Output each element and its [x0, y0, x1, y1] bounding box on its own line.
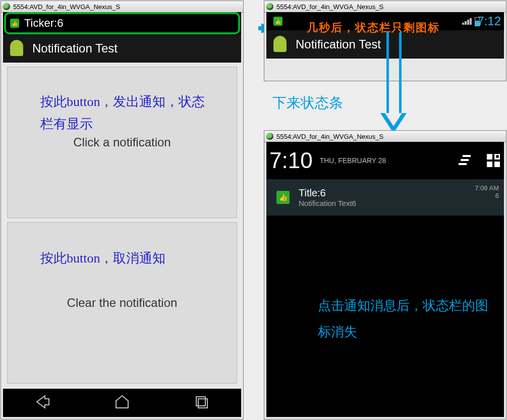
- home-icon: [113, 393, 131, 411]
- window-title-bar[interactable]: 5554:AVD_for_4in_WVGA_Nexus_S: [264, 1, 506, 13]
- quick-settings-tile-icon: [486, 153, 501, 168]
- recents-button[interactable]: [192, 393, 210, 413]
- app-action-bar: Notification Test: [266, 30, 504, 60]
- window-title: 5554:AVD_for_4in_WVGA_Nexus_S: [13, 3, 120, 11]
- svg-rect-3: [461, 159, 469, 161]
- navigation-bar: [3, 389, 241, 417]
- avd-icon: [266, 3, 273, 10]
- app-title: Notification Test: [32, 41, 118, 56]
- emulator-window-right-top: 5554:AVD_for_4in_WVGA_Nexus_S 👍 7:12 Not…: [264, 1, 506, 81]
- recents-icon: [192, 393, 210, 411]
- button-label: Click a notification: [73, 135, 171, 149]
- back-button[interactable]: [34, 393, 52, 413]
- notification-thumb-icon: 👍: [273, 17, 283, 26]
- notification-thumb-icon: 👍: [10, 19, 19, 28]
- svg-rect-8: [487, 162, 492, 167]
- android-app-icon: [8, 40, 25, 57]
- quick-settings-icons[interactable]: [458, 153, 501, 168]
- svg-point-7: [496, 155, 499, 158]
- notification-thumb-icon: 👍: [276, 191, 290, 204]
- activity-content: Click a notification Clear the notificat…: [3, 63, 241, 389]
- arrow-down-body: [386, 32, 402, 113]
- notification-row[interactable]: 👍 Title:6 Notification Text6 7:09 AM 6: [266, 179, 504, 216]
- notification-text-block: Title:6 Notification Text6: [299, 187, 356, 207]
- svg-rect-4: [459, 163, 467, 165]
- clear-all-icon: [458, 153, 473, 168]
- avd-icon: [3, 3, 10, 10]
- svg-rect-9: [494, 162, 500, 167]
- clear-notification-button[interactable]: Clear the notification: [7, 222, 237, 384]
- activity-content-cropped: [266, 59, 504, 81]
- status-clock: 7:12: [477, 14, 501, 28]
- window-title: 5554:AVD_for_4in_WVGA_Nexus_S: [276, 133, 383, 140]
- shade-header[interactable]: 7:10 THU, FEBRUARY 28: [266, 142, 504, 179]
- emulator-window-left: 5554:AVD_for_4in_WVGA_Nexus_S 👍 Ticker:6…: [1, 1, 244, 419]
- emulator-window-right-bottom: 5554:AVD_for_4in_WVGA_Nexus_S 7:10 THU, …: [264, 130, 506, 419]
- notification-title: Title:6: [299, 187, 356, 199]
- app-action-bar: Notification Test: [3, 34, 241, 64]
- status-bar[interactable]: 👍 7:12: [266, 12, 504, 30]
- device-screen: 👍 7:12 Notification Test: [266, 12, 504, 81]
- device-screen: 7:10 THU, FEBRUARY 28 👍 Title:6 Notifica…: [266, 142, 504, 417]
- notification-count: 6: [475, 192, 499, 199]
- notification-time: 7:09 AM: [475, 184, 499, 192]
- annotation-pulldown: 下来状态条: [272, 91, 343, 115]
- app-title: Notification Test: [296, 37, 381, 51]
- window-title-bar[interactable]: 5554:AVD_for_4in_WVGA_Nexus_S: [264, 131, 506, 142]
- svg-rect-0: [196, 397, 205, 406]
- notification-meta: 7:09 AM 6: [475, 184, 499, 199]
- device-screen: 👍 Ticker:6 Notification Test Click a not…: [3, 12, 241, 417]
- back-icon: [34, 393, 52, 411]
- signal-icon: [462, 18, 472, 25]
- svg-rect-2: [463, 155, 471, 157]
- home-button[interactable]: [113, 393, 131, 413]
- shade-time: 7:10: [269, 148, 313, 173]
- status-bar-ticker[interactable]: 👍 Ticker:6: [4, 12, 240, 34]
- click-notification-button[interactable]: Click a notification: [7, 67, 237, 218]
- ticker-text: Ticker:6: [24, 17, 63, 30]
- notification-body: Notification Text6: [299, 199, 356, 207]
- window-title-bar[interactable]: 5554:AVD_for_4in_WVGA_Nexus_S: [1, 1, 243, 13]
- button-label: Clear the notification: [67, 296, 178, 310]
- shade-date: THU, FEBRUARY 28: [320, 156, 386, 165]
- svg-rect-5: [487, 154, 492, 160]
- avd-icon: [266, 133, 273, 140]
- window-title: 5554:AVD_for_4in_WVGA_Nexus_S: [276, 3, 383, 11]
- svg-rect-1: [198, 399, 207, 408]
- shade-empty-area: [266, 216, 504, 417]
- android-app-icon: [271, 36, 289, 53]
